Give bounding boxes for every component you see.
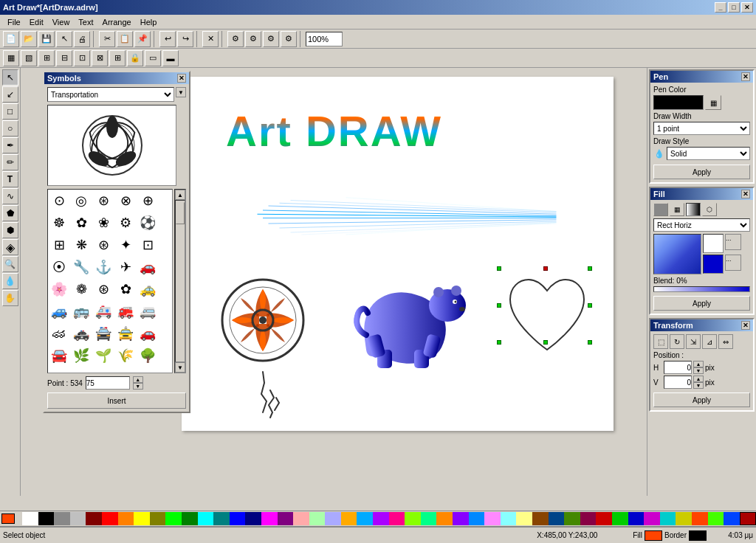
fill-solid-btn[interactable]	[653, 203, 668, 216]
select-button[interactable]: ↖	[56, 31, 72, 47]
transform-apply-button[interactable]: Apply	[653, 392, 750, 407]
fill-type-select[interactable]: Rect Horiz Rect Vert Radial	[653, 218, 750, 232]
symbol-btn2[interactable]: ⚙	[245, 31, 261, 47]
pal-gray[interactable]	[54, 512, 70, 525]
pen-width-select[interactable]: 1 point 2 point 3 point	[653, 122, 750, 135]
pal-vermilion[interactable]	[692, 512, 708, 525]
heart-svg[interactable]	[499, 269, 595, 364]
pal-darklime[interactable]	[564, 512, 580, 525]
paste-button[interactable]: 📌	[134, 31, 151, 47]
pal-ltpink[interactable]	[293, 512, 309, 525]
sym-item[interactable]: ⊡	[137, 234, 159, 256]
sym-item[interactable]: ◎	[70, 190, 92, 212]
sym-item[interactable]: ⦿	[48, 256, 70, 278]
view-btn1[interactable]: ▭	[145, 50, 161, 66]
h-spin-down[interactable]: ▼	[693, 367, 704, 374]
grid-btn2[interactable]: ▧	[21, 50, 37, 66]
pal-maroon[interactable]	[86, 512, 102, 525]
fill-blend-slider[interactable]	[653, 286, 750, 292]
pal-olive[interactable]	[150, 512, 166, 525]
sym-item[interactable]: 🌳	[137, 345, 159, 367]
pal-lime[interactable]	[165, 512, 182, 525]
pal-darkorange[interactable]	[436, 512, 453, 525]
pal-ltblue[interactable]	[325, 512, 341, 525]
copy-button[interactable]: 📋	[117, 31, 133, 47]
align-btn1[interactable]: ⊞	[38, 50, 55, 66]
transform-panel-close[interactable]: ✕	[741, 321, 750, 330]
view-btn2[interactable]: ▬	[162, 50, 179, 66]
pal-ltgreen[interactable]	[309, 512, 326, 525]
menu-help[interactable]: Help	[136, 16, 162, 28]
cut-button[interactable]: ✂	[99, 31, 115, 47]
save-button[interactable]: 💾	[38, 31, 55, 47]
sym-item[interactable]: ☸	[48, 212, 70, 234]
grid-btn1[interactable]: ▦	[3, 50, 19, 66]
select-tool[interactable]: ↖	[2, 69, 18, 86]
minimize-button[interactable]: _	[715, 2, 726, 13]
scroll-down[interactable]: ▼	[175, 362, 185, 373]
pal-red[interactable]	[102, 512, 118, 525]
pal-brown[interactable]	[532, 512, 549, 525]
menu-file[interactable]: File	[3, 16, 25, 28]
symbols-category-arrow[interactable]: ▼	[176, 87, 186, 97]
pal-darkyellow[interactable]	[676, 512, 692, 525]
pal-silver[interactable]	[70, 512, 86, 525]
sym-item[interactable]: ✿	[70, 212, 92, 234]
fill-blue-box[interactable]	[703, 255, 724, 274]
sym-item[interactable]: 🚐	[137, 300, 159, 322]
align-btn3[interactable]: ⊡	[74, 50, 90, 66]
pal-indigo[interactable]	[453, 512, 469, 525]
fill-hatch-btn[interactable]: ▦	[670, 203, 684, 216]
sym-item[interactable]: ⊛	[92, 190, 114, 212]
sym-item[interactable]: 🚕	[137, 278, 159, 300]
pal-steelblue[interactable]	[549, 512, 565, 525]
fill-panel-close[interactable]: ✕	[741, 190, 750, 198]
sym-item[interactable]: ✈	[114, 256, 137, 278]
shape-tool[interactable]: ⬢	[2, 222, 18, 238]
pal-ltyellow[interactable]	[516, 512, 532, 525]
sym-item[interactable]: 🏎	[48, 322, 70, 345]
trans-rotate-btn[interactable]: ↻	[670, 334, 684, 349]
sym-item[interactable]: 🌿	[70, 345, 92, 367]
scroll-up[interactable]: ▲	[175, 190, 185, 200]
h-spin-up[interactable]: ▲	[693, 361, 704, 367]
pen-color-box[interactable]	[653, 95, 704, 110]
pal-green[interactable]	[182, 512, 198, 525]
brush-tool[interactable]: ✏	[2, 154, 18, 170]
lock-btn[interactable]: 🔒	[127, 50, 143, 66]
circle-tool[interactable]: ○	[2, 120, 18, 136]
fill-dots-btn2[interactable]: ...	[725, 255, 741, 271]
sym-item[interactable]: 🚖	[114, 322, 137, 345]
sym-item[interactable]: ⚓	[92, 256, 114, 278]
undo-button[interactable]: ↩	[159, 31, 176, 47]
pal-darkblue[interactable]	[628, 512, 645, 525]
zoom-input[interactable]	[306, 32, 343, 46]
sym-item[interactable]: 🚌	[70, 300, 92, 322]
sym-item[interactable]: 🌾	[114, 345, 137, 367]
pal-rose[interactable]	[389, 512, 405, 525]
sym-item[interactable]: ⚽	[137, 212, 159, 234]
node-tool[interactable]: ↙	[2, 86, 18, 103]
open-button[interactable]: 📂	[21, 31, 37, 47]
pal-ltcyan[interactable]	[501, 512, 517, 525]
trans-scale-btn[interactable]: ⇲	[686, 334, 701, 349]
canvas-area[interactable]: Symbols ✕ Transportation Animals Shapes …	[21, 68, 647, 496]
sym-item[interactable]: ⊞	[48, 234, 70, 256]
pen-color-grid-btn[interactable]: ▦	[705, 95, 721, 110]
sym-item[interactable]: 🚔	[92, 322, 114, 345]
rightmost-color[interactable]	[740, 512, 756, 525]
pal-skyblue[interactable]	[357, 512, 373, 525]
sym-item[interactable]: 🚗	[137, 322, 159, 345]
v-spin-down[interactable]: ▼	[693, 382, 704, 389]
sym-item[interactable]: 🚑	[92, 300, 114, 322]
pal-lightmag[interactable]	[484, 512, 501, 525]
sym-item[interactable]: ❀	[92, 212, 114, 234]
fill-apply-button[interactable]: Apply	[653, 296, 750, 311]
pal-spring[interactable]	[421, 512, 437, 525]
pal-blue[interactable]	[230, 512, 246, 525]
pen-panel-close[interactable]: ✕	[741, 72, 750, 81]
sym-item[interactable]: 🌸	[48, 278, 70, 300]
pal-chartreuse[interactable]	[405, 512, 421, 525]
v-input[interactable]	[664, 376, 692, 389]
sym-item[interactable]: ⊕	[137, 190, 159, 212]
